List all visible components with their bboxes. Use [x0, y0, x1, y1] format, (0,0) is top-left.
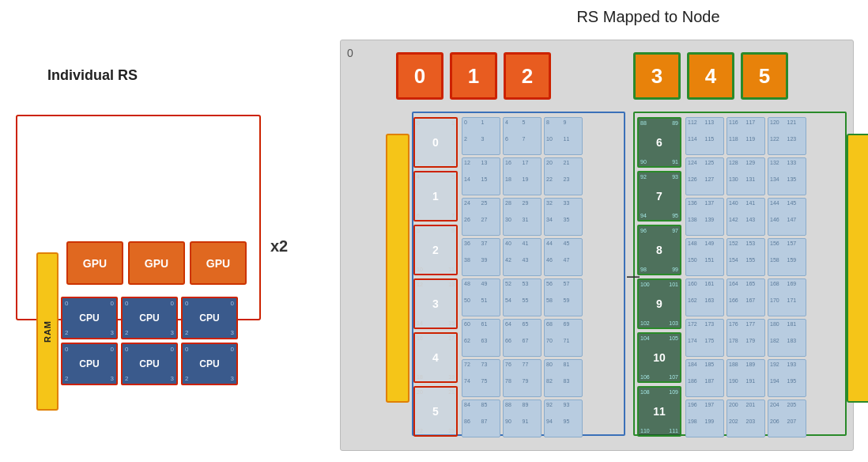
right-cell: 160161162163 — [685, 278, 724, 316]
cell-number: 11 — [564, 136, 581, 153]
cell-number: 197 — [705, 402, 723, 418]
cell-number: 149 — [705, 240, 723, 257]
cell-number: 183 — [787, 338, 805, 354]
rs-inner-box: RAM GPU GPU GPU 00 CPU 23 00 CPU 23 00 C… — [16, 115, 261, 320]
cell-number: 199 — [705, 418, 723, 435]
cell-number: 83 — [564, 378, 581, 395]
cell-number: 84 — [464, 402, 481, 418]
cell-number: 95 — [564, 418, 581, 435]
left-cell: 56575859 — [544, 278, 583, 316]
cell-number: 124 — [688, 160, 705, 176]
cell-number: 64 — [505, 321, 523, 338]
cell-number: 32 — [546, 200, 564, 217]
cell-number: 63 — [481, 338, 499, 354]
cell-number: 200 — [729, 402, 746, 418]
cell-number: 122 — [770, 136, 787, 153]
cell-number: 5 — [523, 119, 540, 136]
gpu-box-0: GPU — [66, 241, 123, 285]
cell-number: 159 — [787, 257, 805, 274]
cell-number: 70 — [546, 338, 564, 354]
cell-number: 130 — [729, 176, 746, 193]
cell-number: 148 — [688, 240, 705, 257]
top-box-3: 3 — [633, 52, 681, 100]
cell-number: 17 — [523, 160, 540, 176]
cell-number: 164 — [729, 281, 746, 297]
cell-number: 114 — [688, 136, 705, 153]
cell-number: 54 — [505, 297, 523, 314]
rs-slot-1: 4 5 6 7 1 — [413, 171, 458, 222]
cell-number: 3 — [481, 136, 499, 153]
cell-number: 118 — [729, 136, 746, 153]
cell-number: 40 — [505, 240, 523, 257]
cell-number: 179 — [746, 338, 764, 354]
cell-number: 26 — [464, 217, 481, 233]
left-cell: 36373839 — [462, 238, 500, 276]
rs-slot-8: 96 97 98 99 8 — [637, 225, 681, 275]
cpu-box-2: 00 CPU 23 — [181, 297, 238, 339]
gpu-box-2: GPU — [190, 241, 247, 285]
cell-number: 152 — [729, 240, 746, 257]
left-cell: 24252627 — [462, 198, 500, 236]
right-cell: 180181182183 — [768, 319, 806, 357]
cell-number: 201 — [746, 402, 764, 418]
cell-number: 91 — [523, 418, 540, 435]
cell-number: 71 — [564, 338, 581, 354]
cell-number: 186 — [688, 378, 705, 395]
cell-number: 177 — [746, 321, 764, 338]
cell-number: 86 — [464, 418, 481, 435]
left-cell: 32333435 — [544, 198, 583, 236]
rs-slot-4: 16 17 18 19 4 — [413, 332, 458, 383]
cell-number: 189 — [746, 362, 764, 378]
cell-number: 181 — [787, 321, 805, 338]
cell-number: 53 — [523, 281, 540, 297]
individual-rs-title: Individual RS — [47, 67, 138, 84]
right-cell: 156157158159 — [768, 238, 806, 276]
cell-number: 170 — [770, 297, 787, 314]
cell-number: 10 — [546, 136, 564, 153]
cell-number: 143 — [746, 217, 764, 233]
left-cell: 0123 — [462, 117, 500, 155]
cell-number: 15 — [481, 176, 499, 193]
cell-number: 62 — [464, 338, 481, 354]
cell-number: 57 — [564, 281, 581, 297]
cell-number: 205 — [787, 402, 805, 418]
left-cell: 28293031 — [503, 198, 542, 236]
cell-number: 126 — [688, 176, 705, 193]
cell-number: 185 — [705, 362, 723, 378]
cell-number: 77 — [523, 362, 540, 378]
cell-number: 6 — [505, 136, 523, 153]
right-cell: 140141142143 — [726, 198, 765, 236]
cell-number: 88 — [505, 402, 523, 418]
cell-number: 168 — [770, 281, 787, 297]
cell-number: 178 — [729, 338, 746, 354]
cell-number: 188 — [729, 362, 746, 378]
cell-number: 94 — [546, 418, 564, 435]
cell-number: 29 — [523, 200, 540, 217]
cell-number: 43 — [523, 257, 540, 274]
left-cell: 64656667 — [503, 319, 542, 357]
cell-number: 184 — [688, 362, 705, 378]
cell-number: 176 — [729, 321, 746, 338]
cell-number: 73 — [481, 362, 499, 378]
cell-number: 66 — [505, 338, 523, 354]
cell-number: 2 — [464, 136, 481, 153]
cell-number: 19 — [523, 176, 540, 193]
cell-number: 202 — [729, 418, 746, 435]
cell-number: 23 — [564, 176, 581, 193]
gpu-box-1: GPU — [128, 241, 185, 285]
cell-number: 112 — [688, 119, 705, 136]
cell-number: 52 — [505, 281, 523, 297]
cell-number: 187 — [705, 378, 723, 395]
cell-number: 58 — [546, 297, 564, 314]
cell-number: 203 — [746, 418, 764, 435]
right-cell: 144145146147 — [768, 198, 806, 236]
node-index-label: 0 — [347, 47, 353, 59]
cell-number: 167 — [746, 297, 764, 314]
cell-number: 24 — [464, 200, 481, 217]
top-box-4: 4 — [687, 52, 734, 100]
mapped-title: RS Mapped to Node — [459, 8, 838, 26]
rs-slot-9: 100 101 102 103 9 — [637, 278, 681, 329]
cell-number: 1 — [481, 119, 499, 136]
right-blue-grid: 1121131141151161171181191201211221231241… — [685, 117, 806, 437]
cell-number: 182 — [770, 338, 787, 354]
